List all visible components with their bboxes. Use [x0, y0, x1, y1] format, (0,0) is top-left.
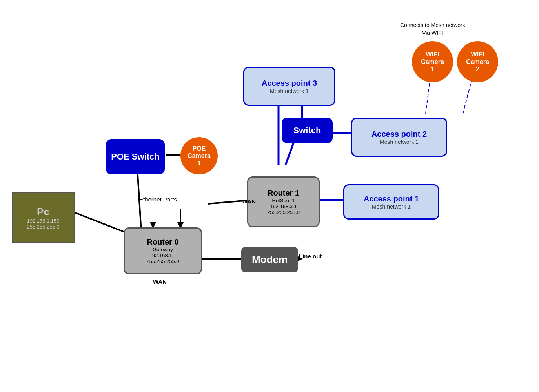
switch-node: Switch — [282, 118, 333, 143]
router0-sub3: 255.255.255.0 — [146, 258, 179, 264]
ap2-label: Access point 2 — [371, 130, 427, 139]
router0-node: Router 0 Gateway 192.168.1.1 255.255.255… — [124, 227, 202, 274]
pc-node: Pc 192.168.1.150 255.255.255.0 — [12, 192, 75, 243]
ethernet-ports-label: Ethernet Ports — [139, 196, 177, 203]
router1-sub3: 255.255.255.0 — [267, 209, 300, 215]
ap3-sub: Mesh network 1 — [270, 88, 309, 94]
network-diagram: Pc 192.168.1.150 255.255.255.0 POE Switc… — [0, 0, 539, 392]
ap1-sub: Mesh network 1 — [372, 203, 411, 210]
router1-node: Router 1 HotSpot 1 192.168.3.1 255.255.2… — [247, 176, 320, 227]
poe-camera1-node: POECamera1 — [180, 137, 218, 174]
svg-line-5 — [286, 141, 294, 165]
router0-label: Router 0 — [147, 238, 178, 247]
router1-sub2: 192.168.3.1 — [270, 203, 297, 209]
modem-label: Modem — [252, 254, 288, 266]
wifi-camera1-label: WIFICamera1 — [421, 51, 444, 73]
access-point1-node: Access point 1 Mesh network 1 — [343, 184, 439, 220]
wifi-camera2-node: WIFICamera2 — [457, 41, 498, 82]
ap2-sub: Mesh network 1 — [380, 139, 419, 145]
access-point3-node: Access point 3 Mesh network 1 — [243, 67, 335, 106]
router1-label: Router 1 — [268, 189, 299, 198]
pc-label: Pc — [37, 206, 49, 218]
line-out-label: Line out — [299, 253, 322, 260]
ap1-label: Access point 1 — [364, 194, 419, 203]
switch-label: Switch — [293, 125, 321, 136]
connects-mesh-text: Connects to Mesh networkVia WIFI — [400, 22, 465, 36]
access-point2-node: Access point 2 Mesh network 1 — [351, 118, 447, 157]
ap3-label: Access point 3 — [262, 79, 317, 88]
wifi-camera1-node: WIFICamera1 — [412, 41, 453, 82]
modem-node: Modem — [241, 247, 298, 272]
router0-sub1: Gateway — [153, 247, 173, 252]
poe-camera1-label: POECamera1 — [188, 145, 211, 167]
pc-ip: 192.168.1.150 — [27, 218, 59, 224]
pc-subnet: 255.255.255.0 — [27, 224, 59, 230]
router1-sub1: HotSpot 1 — [272, 198, 295, 203]
wifi-camera2-label: WIFICamera2 — [466, 51, 489, 73]
wan-router0-label: WAN — [153, 278, 167, 285]
poe-switch-node: POE Switch — [106, 139, 165, 174]
connects-mesh-label: Connects to Mesh networkVia WIFI — [400, 22, 465, 37]
router0-sub2: 192.168.1.1 — [149, 252, 177, 258]
wan-router1-label: WAN — [242, 198, 256, 205]
poe-switch-label: POE Switch — [111, 152, 159, 162]
